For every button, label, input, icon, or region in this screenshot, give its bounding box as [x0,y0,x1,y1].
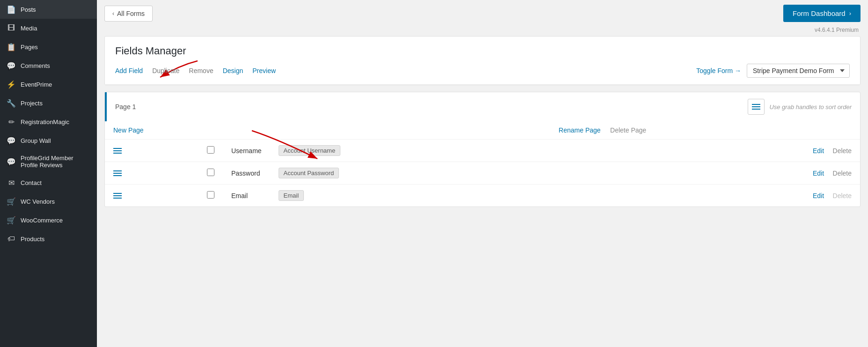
field-badge-email: Email [279,190,304,201]
chevron-right-icon: › [849,10,851,17]
field-edit-password[interactable]: Edit [813,170,824,177]
field-name-username: Username [231,147,262,155]
content-area: v4.6.4.1 Premium Fields Manager Add Fiel… [97,27,868,347]
main-content: ‹ All Forms Form Dashboard › v4.6.4.1 Pr… [97,0,868,347]
sidebar-label-wcvendors: WC Vendors [21,198,55,205]
table-row: Username Account Username Edit Delete [105,140,860,162]
field-actions-email: Edit Delete [655,185,860,207]
sidebar-label-contact: Contact [21,179,42,186]
sidebar-label-pages: Pages [21,44,38,51]
drag-lines-icon [113,148,122,154]
comments-icon: 💬 [7,61,16,70]
fields-manager-card: Fields Manager Add Field Duplicate Remov… [104,36,861,85]
sidebar-item-posts[interactable]: 📄 Posts [0,0,97,19]
table-row: Password Account Password Edit Delete [105,162,860,185]
sidebar: 📄 Posts 🎞 Media 📋 Pages 💬 Comments ⚡ Eve… [0,0,97,347]
field-actions-password: Edit Delete [655,162,860,185]
sidebar-item-eventprime[interactable]: ⚡ EventPrime [0,75,97,94]
duplicate-button[interactable]: Duplicate [147,65,184,76]
sidebar-label-comments: Comments [21,62,50,69]
chevron-left-icon: ‹ [112,10,114,17]
sidebar-item-media[interactable]: 🎞 Media [0,19,97,37]
drag-lines-icon [113,193,122,199]
lines-icon [752,104,760,110]
sidebar-label-posts: Posts [21,6,36,13]
sidebar-item-comments[interactable]: 💬 Comments [0,56,97,75]
sidebar-item-projects[interactable]: 🔧 Projects [0,94,97,112]
sidebar-label-woocommerce: WooCommerce [21,217,63,224]
posts-icon: 📄 [7,5,16,14]
design-button[interactable]: Design [218,65,248,76]
page-label: Page 1 [115,103,748,111]
table-row: Email Email Edit Delete [105,185,860,207]
sort-icon-button[interactable] [748,99,765,115]
drag-lines-icon [113,170,122,176]
toggle-form-label: Toggle Form → [696,67,741,74]
sidebar-label-registrationmagic: RegistrationMagic [21,118,69,126]
drag-handle[interactable] [113,170,190,176]
field-delete-username[interactable]: Delete [833,147,852,155]
page-section: Page 1 Use grab handles to sort order Ne [104,92,861,207]
media-icon: 🎞 [7,23,16,33]
form-select[interactable]: Stripe Payment Demo FormContact FormRegi… [747,64,850,78]
delete-page-link[interactable]: Delete Page [610,126,646,134]
remove-button[interactable]: Remove [184,65,218,76]
groupwall-icon: 💬 [7,136,16,145]
profilegrid-icon: 💬 [7,157,16,166]
field-delete-password[interactable]: Delete [833,170,852,177]
eventprime-icon: ⚡ [7,80,16,89]
sidebar-label-media: Media [21,25,37,32]
all-forms-button[interactable]: ‹ All Forms [104,6,153,22]
projects-icon: 🔧 [7,98,16,108]
drag-handle[interactable] [113,193,190,199]
field-actions-username: Edit Delete [655,140,860,162]
page-title: Fields Manager [115,45,850,57]
sidebar-label-products: Products [21,236,44,243]
rename-page-link[interactable]: Rename Page [559,126,601,134]
sort-hint: Use grab handles to sort order [769,103,852,111]
card-header: Fields Manager Add Field Duplicate Remov… [105,37,860,85]
add-field-button[interactable]: Add Field [115,65,147,76]
new-page-link[interactable]: New Page [113,126,144,134]
toolbar: Add Field Duplicate Remove Design Previe… [115,64,850,78]
fields-table: New Page [105,121,860,207]
field-checkbox-username[interactable] [207,146,214,154]
form-dashboard-button[interactable]: Form Dashboard › [783,5,861,22]
sidebar-item-registrationmagic[interactable]: ✏ RegistrationMagic [0,112,97,131]
version-text: v4.6.4.1 Premium [104,27,861,33]
field-name-password: Password [231,170,260,177]
drag-handle[interactable] [113,148,190,154]
sidebar-item-contact[interactable]: ✉ Contact [0,173,97,192]
toolbar-right: Toggle Form → Stripe Payment Demo FormCo… [696,64,850,78]
products-icon: 🏷 [7,234,16,244]
sidebar-label-groupwall: Group Wall [21,137,51,144]
sidebar-label-eventprime: EventPrime [21,81,52,88]
field-badge-username: Account Username [279,145,341,156]
form-dashboard-label: Form Dashboard [793,9,846,17]
field-checkbox-password[interactable] [207,169,214,176]
page-header: Page 1 Use grab handles to sort order [105,92,860,121]
sidebar-item-groupwall[interactable]: 💬 Group Wall [0,131,97,150]
pages-icon: 📋 [7,42,16,52]
preview-button[interactable]: Preview [248,65,280,76]
sidebar-item-pages[interactable]: 📋 Pages [0,37,97,56]
all-forms-label: All Forms [117,10,145,17]
sidebar-label-projects: Projects [21,100,43,107]
field-delete-email: Delete [833,192,852,199]
sidebar-item-profilegrid[interactable]: 💬 ProfileGrid Member Profile Reviews [0,150,97,173]
field-name-email: Email [231,192,248,199]
registrationmagic-icon: ✏ [7,117,16,126]
field-edit-email[interactable]: Edit [813,192,824,199]
topbar: ‹ All Forms Form Dashboard › [97,0,868,27]
field-checkbox-email[interactable] [207,191,214,199]
sidebar-item-wcvendors[interactable]: 🛒 WC Vendors [0,192,97,211]
sidebar-item-woocommerce[interactable]: 🛒 WooCommerce [0,211,97,229]
sidebar-label-profilegrid: ProfileGrid Member Profile Reviews [21,155,90,169]
contact-icon: ✉ [7,178,16,187]
field-edit-username[interactable]: Edit [813,147,824,155]
field-badge-password: Account Password [279,168,339,178]
page-actions-row: New Page [105,121,860,140]
wcvendors-icon: 🛒 [7,197,16,206]
sidebar-item-products[interactable]: 🏷 Products [0,229,97,248]
woocommerce-icon: 🛒 [7,215,16,225]
